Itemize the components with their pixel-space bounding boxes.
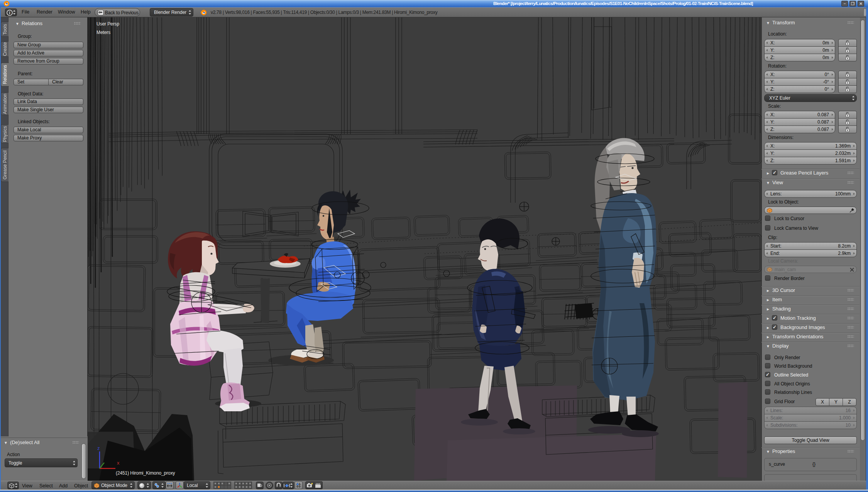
svg-text:x: x: [117, 460, 120, 466]
svg-text:i: i: [9, 11, 10, 15]
svg-text:z: z: [97, 445, 100, 451]
